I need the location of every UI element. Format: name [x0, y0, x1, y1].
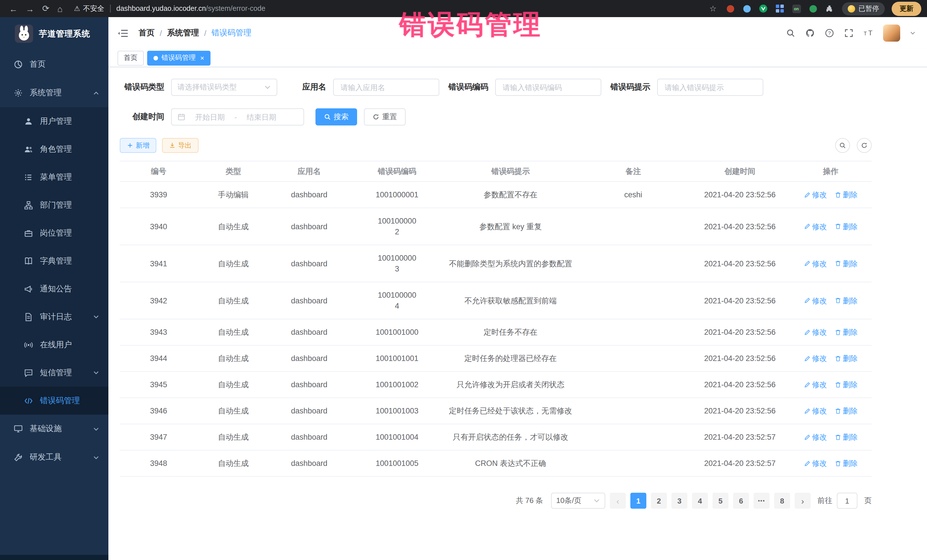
edit-link[interactable]: 修改: [804, 405, 827, 416]
edit-link[interactable]: 修改: [804, 189, 827, 200]
delete-link[interactable]: 删除: [834, 189, 858, 200]
sidebar-collapse-icon[interactable]: [117, 29, 128, 37]
end-date-input[interactable]: [240, 112, 283, 121]
tag-close-icon[interactable]: ×: [200, 55, 204, 61]
avatar-dropdown-caret-icon[interactable]: [910, 30, 916, 36]
delete-link[interactable]: 删除: [834, 327, 858, 338]
error-type-select[interactable]: 请选择错误码类型: [171, 79, 277, 96]
url-text[interactable]: dashboard.yudao.iocoder.cn/system/error-…: [116, 5, 266, 12]
browser-home-icon[interactable]: ⌂: [57, 4, 62, 14]
delete-link[interactable]: 删除: [834, 295, 858, 306]
pagination-page-8[interactable]: 8: [774, 493, 790, 509]
delete-link[interactable]: 删除: [834, 353, 858, 364]
app-name-input[interactable]: [340, 83, 432, 91]
pagination-ellipsis[interactable]: •••: [754, 493, 769, 509]
sidebar-item-home[interactable]: 首页: [0, 50, 108, 79]
browser-update-button[interactable]: 更新: [892, 2, 921, 16]
table-search-toggle-button[interactable]: [835, 138, 850, 153]
edit-link[interactable]: 修改: [804, 432, 827, 443]
create-time-range-picker[interactable]: -: [171, 108, 304, 126]
sidebar-item-notice[interactable]: 通知公告: [0, 275, 108, 303]
github-icon[interactable]: [805, 28, 815, 38]
browser-forward-icon[interactable]: →: [26, 4, 34, 14]
column-header-type: 类型: [198, 166, 269, 177]
help-icon[interactable]: ?: [825, 28, 834, 38]
search-button[interactable]: 搜索: [316, 108, 357, 126]
font-size-icon[interactable]: TT: [864, 28, 873, 38]
sidebar-item-post-management[interactable]: 岗位管理: [0, 219, 108, 247]
delete-link[interactable]: 删除: [834, 432, 858, 443]
pagination-next-button[interactable]: ›: [795, 493, 811, 509]
edit-link[interactable]: 修改: [804, 353, 827, 364]
delete-link[interactable]: 删除: [834, 221, 858, 232]
browser-refresh-icon[interactable]: ⟳: [42, 3, 49, 14]
sidebar-item-department-management[interactable]: 部门管理: [0, 191, 108, 219]
breadcrumb-home[interactable]: 首页: [138, 28, 155, 38]
extension-icon-green[interactable]: [808, 4, 818, 13]
avatar[interactable]: [883, 24, 900, 42]
edit-link[interactable]: 修改: [804, 295, 827, 306]
tag-error-code-management[interactable]: 错误码管理 ×: [147, 50, 211, 65]
browser-back-icon[interactable]: ←: [9, 4, 18, 14]
goto-page-input[interactable]: [837, 493, 857, 509]
sidebar-item-label: 基础设施: [30, 424, 62, 434]
delete-link[interactable]: 删除: [834, 405, 858, 416]
extension-icon-blue[interactable]: [742, 4, 751, 13]
sidebar-item-role-management[interactable]: 角色管理: [0, 135, 108, 163]
address-bar[interactable]: ⚠ 不安全 dashboard.yudao.iocoder.cn/system/…: [74, 4, 726, 14]
tag-label: 首页: [124, 53, 137, 63]
pagination-page-2[interactable]: 2: [651, 493, 667, 509]
page-size-select[interactable]: 10条/页: [551, 493, 605, 509]
edit-link[interactable]: 修改: [804, 458, 827, 469]
sidebar-item-dictionary-management[interactable]: 字典管理: [0, 247, 108, 275]
fullscreen-icon[interactable]: [844, 28, 854, 38]
pagination-page-4[interactable]: 4: [692, 493, 708, 509]
sidebar-item-sms-management[interactable]: 短信管理: [0, 359, 108, 387]
cell-code: 1001001003: [349, 398, 445, 424]
pagination-page-1[interactable]: 1: [631, 493, 646, 509]
bookmark-star-icon[interactable]: ☆: [710, 4, 716, 13]
paused-badge[interactable]: 已暂停: [842, 2, 885, 15]
extensions-puzzle-icon[interactable]: [825, 4, 834, 13]
sidebar-item-online-users[interactable]: 在线用户: [0, 331, 108, 359]
pagination-prev-button[interactable]: ‹: [610, 493, 626, 509]
table-refresh-button[interactable]: [857, 138, 872, 153]
header-search-icon[interactable]: [786, 28, 796, 38]
sidebar-item-menu-management[interactable]: 菜单管理: [0, 163, 108, 191]
error-code-input[interactable]: [503, 83, 594, 91]
sidebar-item-system-management[interactable]: 系统管理: [0, 79, 108, 107]
delete-link[interactable]: 删除: [834, 258, 858, 269]
cell-ops: 修改 删除: [790, 372, 872, 398]
start-date-input[interactable]: [189, 112, 231, 121]
sidebar-item-label: 在线用户: [40, 340, 72, 350]
extension-icon-grid[interactable]: [775, 4, 784, 13]
edit-link[interactable]: 修改: [804, 379, 827, 390]
reset-button[interactable]: 重置: [364, 108, 406, 126]
sidebar-item-dev-tools[interactable]: 研发工具: [0, 443, 108, 472]
pagination-page-3[interactable]: 3: [672, 493, 687, 509]
sidebar-item-audit-log[interactable]: 审计日志: [0, 303, 108, 331]
pagination: 共 76 条 10条/页 ‹ 1 2 3 4 5 6 ••• 8 › 前往: [120, 493, 872, 509]
delete-link[interactable]: 删除: [834, 458, 858, 469]
error-hint-input[interactable]: [664, 83, 756, 91]
sidebar-item-infrastructure[interactable]: 基础设施: [0, 414, 108, 443]
edit-link[interactable]: 修改: [804, 258, 827, 269]
breadcrumb-current: 错误码管理: [212, 28, 252, 38]
cell-code: 1001000001: [349, 182, 445, 208]
tag-home[interactable]: 首页: [117, 50, 144, 65]
extension-icon-red[interactable]: [726, 4, 735, 13]
extension-icon-on-badge[interactable]: on: [792, 4, 801, 13]
add-button[interactable]: 新增: [120, 138, 156, 153]
extension-icon-green-check[interactable]: [759, 4, 768, 13]
edit-link[interactable]: 修改: [804, 221, 827, 232]
sidebar-item-user-management[interactable]: 用户管理: [0, 107, 108, 135]
pagination-page-5[interactable]: 5: [713, 493, 728, 509]
breadcrumb-system-management[interactable]: 系统管理: [167, 28, 199, 38]
edit-link[interactable]: 修改: [804, 327, 827, 338]
logo-row[interactable]: 芋道管理系统: [0, 17, 108, 50]
pagination-page-6[interactable]: 6: [733, 493, 749, 509]
delete-link[interactable]: 删除: [834, 379, 858, 390]
cell-ops: 修改 删除: [790, 319, 872, 345]
sidebar-item-error-code-management[interactable]: 错误码管理: [0, 387, 108, 414]
export-button[interactable]: 导出: [162, 138, 199, 153]
